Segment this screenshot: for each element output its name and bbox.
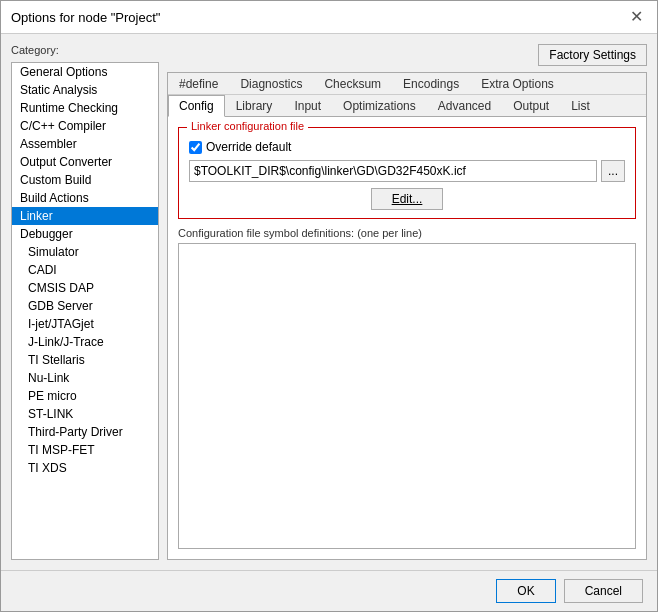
tab-content: Linker configuration file Override defau… (168, 117, 646, 559)
override-default-label[interactable]: Override default (206, 140, 291, 154)
sidebar-item-nu-link[interactable]: Nu-Link (12, 369, 158, 387)
sidebar-item-cadi[interactable]: CADI (12, 261, 158, 279)
sidebar-item-ti-stellaris[interactable]: TI Stellaris (12, 351, 158, 369)
tab-optimizations[interactable]: Optimizations (332, 95, 427, 117)
tab-area: #defineDiagnosticsChecksumEncodingsExtra… (167, 72, 647, 560)
sidebar-item-assembler[interactable]: Assembler (12, 135, 158, 153)
tab-list[interactable]: List (560, 95, 601, 117)
section-legend: Linker configuration file (187, 120, 308, 132)
tab-input[interactable]: Input (283, 95, 332, 117)
sidebar-item-general-options[interactable]: General Options (12, 63, 158, 81)
file-path-input[interactable] (189, 160, 597, 182)
symbol-definitions-section: Configuration file symbol definitions: (… (178, 227, 636, 549)
edit-button[interactable]: Edit... (371, 188, 444, 210)
tab-output[interactable]: Output (502, 95, 560, 117)
sidebar-item-simulator[interactable]: Simulator (12, 243, 158, 261)
category-label: Category: (11, 44, 159, 56)
tab-extra-options[interactable]: Extra Options (470, 73, 565, 95)
tab-define[interactable]: #define (168, 73, 229, 95)
override-default-row: Override default (189, 140, 625, 154)
sidebar-item-ti-xds[interactable]: TI XDS (12, 459, 158, 477)
sidebar-item-debugger[interactable]: Debugger (12, 225, 158, 243)
sidebar-item-runtime-checking[interactable]: Runtime Checking (12, 99, 158, 117)
symbol-definitions-textarea[interactable] (178, 243, 636, 549)
sidebar-item-st-link[interactable]: ST-LINK (12, 405, 158, 423)
dialog-title: Options for node "Project" (11, 10, 160, 25)
dialog-body: Category: General OptionsStatic Analysis… (1, 34, 657, 570)
left-panel: Category: General OptionsStatic Analysis… (11, 44, 159, 560)
factory-settings-button[interactable]: Factory Settings (538, 44, 647, 66)
sidebar-item-i-jet-jtagjet[interactable]: I-jet/JTAGjet (12, 315, 158, 333)
sidebar-item-build-actions[interactable]: Build Actions (12, 189, 158, 207)
sidebar-item-linker[interactable]: Linker (12, 207, 158, 225)
category-list: General OptionsStatic AnalysisRuntime Ch… (11, 62, 159, 560)
tab-encodings[interactable]: Encodings (392, 73, 470, 95)
file-input-row: ... (189, 160, 625, 182)
symbol-definitions-label: Configuration file symbol definitions: (… (178, 227, 636, 239)
right-panel: Factory Settings #defineDiagnosticsCheck… (167, 44, 647, 560)
sidebar-item-gdb-server[interactable]: GDB Server (12, 297, 158, 315)
dialog: Options for node "Project" ✕ Category: G… (0, 0, 658, 612)
sidebar-item-third-party-driver[interactable]: Third-Party Driver (12, 423, 158, 441)
tab-config[interactable]: Config (168, 95, 225, 117)
tabs-bottom-row: ConfigLibraryInputOptimizationsAdvancedO… (168, 95, 646, 117)
edit-btn-row: Edit... (189, 188, 625, 210)
title-bar: Options for node "Project" ✕ (1, 1, 657, 34)
sidebar-item-cmsis-dap[interactable]: CMSIS DAP (12, 279, 158, 297)
tab-diagnostics[interactable]: Diagnostics (229, 73, 313, 95)
cancel-button[interactable]: Cancel (564, 579, 643, 603)
tabs-top-row: #defineDiagnosticsChecksumEncodingsExtra… (168, 73, 646, 95)
tab-library[interactable]: Library (225, 95, 284, 117)
sidebar-item-pe-micro[interactable]: PE micro (12, 387, 158, 405)
override-default-checkbox[interactable] (189, 141, 202, 154)
sidebar-item-ti-msp-fet[interactable]: TI MSP-FET (12, 441, 158, 459)
tab-checksum[interactable]: Checksum (313, 73, 392, 95)
dialog-footer: OK Cancel (1, 570, 657, 611)
sidebar-item-j-link-j-trace[interactable]: J-Link/J-Trace (12, 333, 158, 351)
sidebar-item-output-converter[interactable]: Output Converter (12, 153, 158, 171)
sidebar-item-custom-build[interactable]: Custom Build (12, 171, 158, 189)
browse-button[interactable]: ... (601, 160, 625, 182)
close-button[interactable]: ✕ (626, 9, 647, 25)
sidebar-item-static-analysis[interactable]: Static Analysis (12, 81, 158, 99)
tab-advanced[interactable]: Advanced (427, 95, 502, 117)
linker-config-section: Linker configuration file Override defau… (178, 127, 636, 219)
sidebar-item-c-cpp-compiler[interactable]: C/C++ Compiler (12, 117, 158, 135)
factory-btn-row: Factory Settings (167, 44, 647, 66)
ok-button[interactable]: OK (496, 579, 555, 603)
